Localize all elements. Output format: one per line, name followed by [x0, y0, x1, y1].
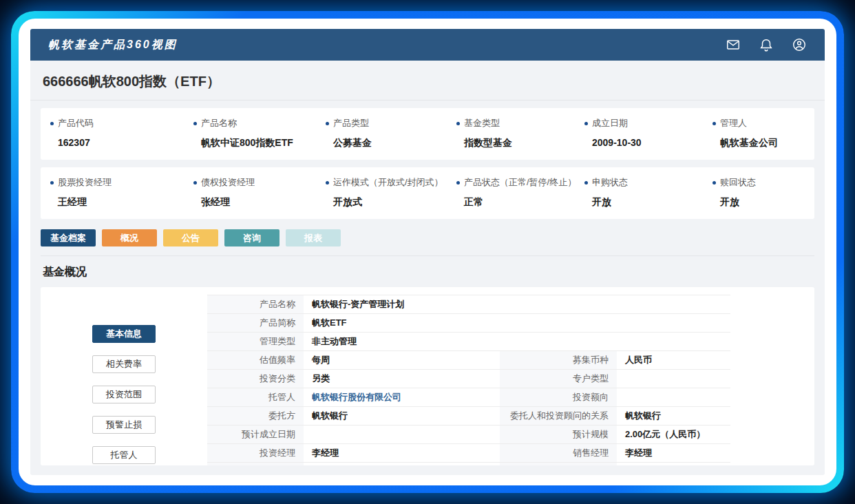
field-label: 申购状态 [584, 176, 712, 189]
field-label: 基金类型 [456, 117, 584, 129]
table-row: 投资经理 李经理 销售经理 李经理 [207, 444, 730, 463]
field-label: 赎回状态 [712, 176, 805, 189]
field-label: 管理人 [712, 117, 805, 129]
row-value: 另类 [304, 370, 500, 388]
row-label: 产品经理 [207, 463, 304, 466]
user-icon[interactable] [792, 37, 807, 52]
field-product-status: 产品状态（正常/暂停/终止） 正常 [456, 176, 584, 209]
side-nav: 基本信息 相关费率 投资范围 预警止损 托管人 [41, 294, 207, 459]
app-window: 帆软基金产品360视图 666666帆软800指数（ETF） [30, 29, 825, 475]
field-value: 王经理 [50, 196, 193, 209]
table-row: 管理类型 非主动管理 [207, 333, 730, 351]
field-operation-mode: 运作模式（开放式/封闭式） 开放式 [326, 176, 456, 209]
row-value: 李经理 [304, 444, 500, 463]
app-body: 666666帆软800指数（ETF） 产品代码 162307 产品名称 帆软中证… [30, 61, 825, 475]
row-value: 帆软银行-资产管理计划 [304, 295, 730, 314]
tab-bar: 基金档案 概况 公告 咨询 报表 [41, 229, 814, 256]
custodian-link[interactable]: 帆软银行股份有限公司 [304, 388, 500, 407]
field-product-type: 产品类型 公募基金 [326, 117, 456, 149]
app-title: 帆软基金产品360视图 [48, 38, 178, 52]
tab-fund-archive[interactable]: 基金档案 [41, 229, 96, 246]
bell-icon[interactable] [759, 37, 774, 52]
field-label: 产品状态（正常/暂停/终止） [456, 176, 584, 189]
table-row: 估值频率 每周 募集币种 人民币 [207, 351, 730, 370]
field-stock-manager: 股票投资经理 王经理 [50, 176, 193, 209]
field-product-name: 产品名称 帆软中证800指数ETF [193, 117, 326, 149]
field-value: 指数型基金 [456, 137, 584, 149]
row-value [617, 388, 730, 407]
field-establish-date: 成立日期 2009-10-30 [584, 117, 712, 149]
table-row: 产品名称 帆软银行-资产管理计划 [207, 295, 730, 314]
field-fund-type: 基金类型 指数型基金 [456, 117, 584, 149]
tab-overview[interactable]: 概况 [102, 229, 157, 246]
field-value: 开放式 [326, 196, 456, 209]
field-subscribe-status: 申购状态 开放 [584, 176, 712, 209]
side-btn-fees[interactable]: 相关费率 [92, 355, 156, 373]
row-label: 投资分类 [207, 370, 304, 388]
row-value [304, 426, 500, 444]
row-value: 帆软银行 [304, 407, 500, 426]
table-row: 投资分类 另类 专户类型 [207, 370, 730, 388]
field-product-code: 产品代码 162307 [50, 117, 193, 149]
row-value: 徐经理 [304, 463, 500, 466]
row-label: 预计规模 [500, 426, 617, 444]
detail-table: 产品名称 帆软银行-资产管理计划 产品简称 帆软ETF 管理类型 非主动管理 [207, 295, 730, 465]
row-label: 管理类型 [207, 333, 304, 351]
field-label: 成立日期 [584, 117, 712, 129]
field-value: 帆软中证800指数ETF [193, 137, 326, 149]
row-label: 专户类型 [500, 370, 617, 388]
field-value: 正常 [456, 196, 584, 209]
table-row: 产品经理 徐经理 展期 不展期 [207, 463, 730, 466]
mail-icon[interactable] [726, 37, 741, 52]
page-title: 666666帆软800指数（ETF） [30, 61, 825, 101]
field-value: 公募基金 [326, 137, 456, 149]
row-value: 不展期 [617, 463, 730, 466]
header-icons [726, 37, 807, 52]
info-panel-1: 产品代码 162307 产品名称 帆软中证800指数ETF 产品类型 公募基金 … [41, 108, 814, 160]
section-title: 基金概况 [43, 265, 812, 280]
field-label: 产品代码 [50, 117, 193, 129]
row-label: 产品名称 [207, 295, 304, 314]
field-value: 162307 [50, 137, 193, 148]
tab-report[interactable]: 报表 [286, 229, 341, 246]
field-manager: 管理人 帆软基金公司 [712, 117, 805, 149]
row-value: 每周 [304, 351, 500, 370]
field-label: 产品类型 [326, 117, 456, 129]
row-label: 估值频率 [207, 351, 304, 370]
row-value: 帆软银行 [617, 407, 730, 426]
table-row: 预计成立日期 预计规模 2.00亿元（人民币） [207, 426, 730, 444]
field-bond-manager: 债权投资经理 张经理 [193, 176, 326, 209]
row-label: 预计成立日期 [207, 426, 304, 444]
field-value: 张经理 [193, 196, 326, 209]
glow-border-frame: 帆软基金产品360视图 666666帆软800指数（ETF） [11, 11, 844, 493]
row-label: 募集币种 [500, 351, 617, 370]
side-btn-basic-info[interactable]: 基本信息 [92, 325, 156, 343]
content-panel: 基本信息 相关费率 投资范围 预警止损 托管人 产品名称 帆软银行-资产管理计划… [41, 287, 814, 465]
row-value: 帆软ETF [304, 314, 730, 333]
field-value: 开放 [584, 196, 712, 209]
row-value: 人民币 [617, 351, 730, 370]
row-value: 李经理 [617, 444, 730, 463]
row-value: 2.00亿元（人民币） [617, 426, 730, 444]
row-label: 投资经理 [207, 444, 304, 463]
table-row: 产品简称 帆软ETF [207, 314, 730, 333]
field-label: 产品名称 [193, 117, 326, 129]
field-label: 股票投资经理 [50, 176, 193, 189]
field-value: 2009-10-30 [584, 137, 712, 148]
row-label: 委托人和投资顾问的关系 [500, 407, 617, 426]
row-label: 委托方 [207, 407, 304, 426]
table-row: 委托方 帆软银行 委托人和投资顾问的关系 帆软银行 [207, 407, 730, 426]
main-card: 帆软基金产品360视图 666666帆软800指数（ETF） [19, 19, 836, 485]
side-btn-custodian[interactable]: 托管人 [92, 446, 156, 464]
field-value: 帆软基金公司 [712, 137, 805, 149]
field-label: 运作模式（开放式/封闭式） [326, 176, 456, 189]
tab-announcement[interactable]: 公告 [163, 229, 218, 246]
row-label: 托管人 [207, 388, 304, 407]
row-value: 非主动管理 [304, 333, 730, 351]
info-panel-2: 股票投资经理 王经理 债权投资经理 张经理 运作模式（开放式/封闭式） 开放式 … [41, 167, 814, 219]
side-btn-warning-stoploss[interactable]: 预警止损 [92, 416, 156, 434]
app-header: 帆软基金产品360视图 [30, 29, 825, 61]
tab-consult[interactable]: 咨询 [224, 229, 279, 246]
row-label: 产品简称 [207, 314, 304, 333]
side-btn-investment-scope[interactable]: 投资范围 [92, 386, 156, 403]
